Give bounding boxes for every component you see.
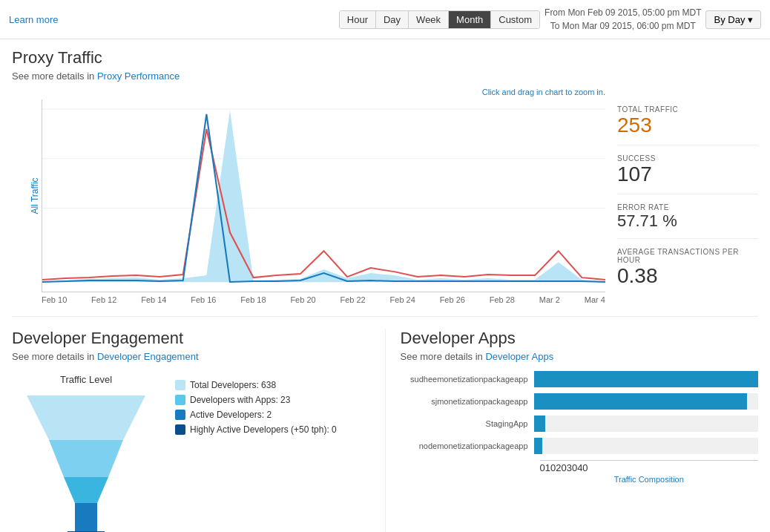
dev-apps-subtitle: See more details in Developer Apps <box>401 351 759 362</box>
legend-item-0: Total Developers: 638 <box>175 380 337 390</box>
x-label-7: Feb 24 <box>390 295 415 304</box>
success-value: 107 <box>617 162 758 186</box>
x-tick-4: 40 <box>577 462 588 473</box>
y-axis-label: All Traffic <box>30 177 40 214</box>
svg-marker-8 <box>42 111 605 282</box>
x-label-3: Feb 16 <box>191 295 216 304</box>
svg-marker-10 <box>49 440 123 477</box>
date-range: From Mon Feb 09 2015, 05:00 pm MDT To Mo… <box>544 6 701 33</box>
x-label-10: Mar 2 <box>539 295 560 304</box>
x-label-9: Feb 28 <box>490 295 515 304</box>
legend-label-2: Active Developers: 2 <box>190 410 272 420</box>
proxy-performance-link[interactable]: Proxy Performance <box>97 70 180 82</box>
bar-track-2 <box>534 416 759 432</box>
dev-apps-link[interactable]: Developer Apps <box>485 351 553 362</box>
total-traffic-value: 253 <box>617 114 758 137</box>
bar-fill-3 <box>534 438 542 454</box>
bar-fill-2 <box>534 416 545 432</box>
developer-engagement-section: Developer Engagement See more details in… <box>12 329 386 532</box>
bar-fill-1 <box>534 393 747 410</box>
traffic-chart-svg: 75 50 25 0 <box>42 99 605 292</box>
error-rate-label: ERROR RATE <box>617 203 758 211</box>
svg-marker-11 <box>64 477 108 503</box>
total-traffic-stat: TOTAL TRAFFIC 253 <box>617 105 758 145</box>
custom-button[interactable]: Custom <box>491 11 539 28</box>
bar-label-3: nodemonetizationpackageapp <box>401 441 534 450</box>
x-tick-0: 0 <box>540 462 545 473</box>
x-label-2: Feb 14 <box>141 295 166 304</box>
date-from: From Mon Feb 09 2015, 05:00 pm MDT <box>544 6 701 19</box>
x-label-4: Feb 18 <box>240 295 266 304</box>
bar-row-3: nodemonetizationpackageapp <box>401 438 759 454</box>
avg-value: 0.38 <box>617 264 758 288</box>
x-labels: Feb 10 Feb 12 Feb 14 Feb 16 Feb 18 Feb 2… <box>42 292 605 304</box>
legend-label-1: Developers with Apps: 23 <box>190 395 290 405</box>
stats-panel: TOTAL TRAFFIC 253 SUCCESS 107 ERROR RATE… <box>617 88 758 304</box>
proxy-traffic-title: Proxy Traffic <box>12 48 758 68</box>
dev-engagement-subtitle: See more details in Developer Engagement <box>12 351 370 362</box>
chart-area: Click and drag in chart to zoom in. All … <box>12 88 605 304</box>
by-day-button[interactable]: By Day ▾ <box>705 10 761 29</box>
svg-marker-9 <box>27 395 145 440</box>
legend-item-1: Developers with Apps: 23 <box>175 395 337 405</box>
avg-stat: AVERAGE TRANSACTIONS PER HOUR 0.38 <box>617 248 758 295</box>
month-button[interactable]: Month <box>449 11 491 28</box>
error-rate-stat: ERROR RATE 57.71 % <box>617 203 758 239</box>
x-tick-2: 20 <box>556 462 566 473</box>
x-label-11: Mar 4 <box>585 295 605 304</box>
avg-label: AVERAGE TRANSACTIONS PER HOUR <box>617 248 758 264</box>
bar-track-3 <box>534 438 759 454</box>
zoom-hint: Click and drag in chart to zoom in. <box>12 88 605 96</box>
dev-apps-title: Developer Apps <box>401 329 759 348</box>
funnel-svg <box>12 388 160 532</box>
legend-color-1 <box>175 395 185 405</box>
legend-color-0 <box>175 380 185 390</box>
date-to: To Mon Mar 09 2015, 06:00 pm MDT <box>544 19 701 33</box>
bar-chart-x-axis: 0 10 20 30 40 <box>540 460 759 473</box>
proxy-traffic-subtitle: See more details in Proxy Performance <box>12 70 758 82</box>
funnel-wrapper: Traffic Level <box>12 374 160 532</box>
bar-fill-0 <box>534 371 759 387</box>
bar-chart-x-label: Traffic Composition <box>540 475 759 484</box>
x-label-8: Feb 26 <box>440 295 465 304</box>
success-label: SUCCESS <box>617 154 758 162</box>
x-label-0: Feb 10 <box>42 295 67 304</box>
error-rate-value: 57.71 % <box>617 211 758 231</box>
x-label-1: Feb 12 <box>91 295 116 304</box>
x-tick-3: 30 <box>567 462 577 473</box>
svg-rect-12 <box>75 503 97 532</box>
hour-button[interactable]: Hour <box>340 11 376 28</box>
bar-label-0: sudheemonetizationpackageapp <box>401 375 534 384</box>
bar-label-2: StagingApp <box>401 419 534 428</box>
bar-chart-container: sudheemonetizationpackageapp sjmonetizat… <box>401 371 759 484</box>
time-btn-group: Hour Day Week Month Custom <box>339 10 540 29</box>
bar-track-0 <box>534 371 759 387</box>
success-stat: SUCCESS 107 <box>617 154 758 194</box>
bottom-row: Developer Engagement See more details in… <box>12 316 758 532</box>
dev-engagement-title: Developer Engagement <box>12 329 370 348</box>
legend-item-2: Active Developers: 2 <box>175 410 337 420</box>
total-traffic-label: TOTAL TRAFFIC <box>617 105 758 114</box>
chart-section: Click and drag in chart to zoom in. All … <box>12 88 758 304</box>
bar-label-1: sjmonetizationpackageapp <box>401 397 534 406</box>
bar-row-0: sudheemonetizationpackageapp <box>401 371 759 387</box>
bar-row-1: sjmonetizationpackageapp <box>401 393 759 410</box>
line-chart[interactable]: All Traffic 75 50 25 0 <box>42 99 605 292</box>
dev-engagement-link[interactable]: Developer Engagement <box>97 351 199 362</box>
funnel-legend: Total Developers: 638 Developers with Ap… <box>175 374 337 439</box>
developer-apps-section: Developer Apps See more details in Devel… <box>386 329 759 532</box>
time-controls: Hour Day Week Month Custom From Mon Feb … <box>339 6 761 33</box>
bar-row-2: StagingApp <box>401 416 759 432</box>
legend-label-0: Total Developers: 638 <box>190 380 276 390</box>
legend-color-2 <box>175 410 185 420</box>
legend-item-3: Highly Active Developers (+50 tph): 0 <box>175 424 337 435</box>
week-button[interactable]: Week <box>409 11 449 28</box>
learn-more-link[interactable]: Learn more <box>9 14 58 25</box>
x-label-6: Feb 22 <box>340 295 365 304</box>
funnel-container: Traffic Level <box>12 374 370 532</box>
main-content: Proxy Traffic See more details in Proxy … <box>0 39 770 532</box>
x-tick-1: 10 <box>545 462 556 473</box>
legend-label-3: Highly Active Developers (+50 tph): 0 <box>190 424 337 435</box>
day-button[interactable]: Day <box>376 11 409 28</box>
x-label-5: Feb 20 <box>290 295 315 304</box>
